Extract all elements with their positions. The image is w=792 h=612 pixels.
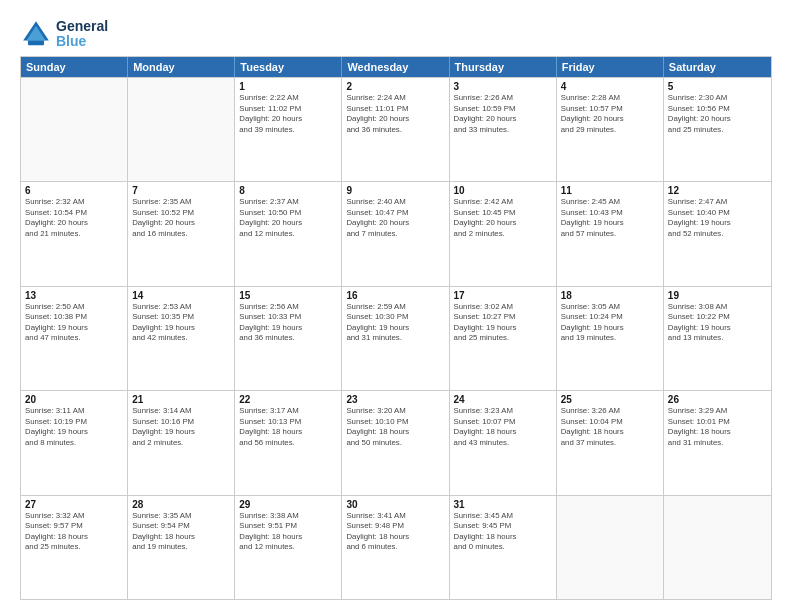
day-number: 30 — [346, 499, 444, 510]
day-cell-12: 12Sunrise: 2:47 AM Sunset: 10:40 PM Dayl… — [664, 182, 771, 285]
day-info: Sunrise: 3:05 AM Sunset: 10:24 PM Daylig… — [561, 302, 659, 344]
week-row-1: 1Sunrise: 2:22 AM Sunset: 11:02 PM Dayli… — [21, 77, 771, 181]
day-cell-6: 6Sunrise: 2:32 AM Sunset: 10:54 PM Dayli… — [21, 182, 128, 285]
day-number: 6 — [25, 185, 123, 196]
calendar: SundayMondayTuesdayWednesdayThursdayFrid… — [20, 56, 772, 600]
day-info: Sunrise: 2:47 AM Sunset: 10:40 PM Daylig… — [668, 197, 767, 239]
day-number: 20 — [25, 394, 123, 405]
day-cell-24: 24Sunrise: 3:23 AM Sunset: 10:07 PM Dayl… — [450, 391, 557, 494]
logo: General Blue — [20, 18, 108, 50]
week-row-3: 13Sunrise: 2:50 AM Sunset: 10:38 PM Dayl… — [21, 286, 771, 390]
day-info: Sunrise: 3:02 AM Sunset: 10:27 PM Daylig… — [454, 302, 552, 344]
day-info: Sunrise: 2:50 AM Sunset: 10:38 PM Daylig… — [25, 302, 123, 344]
day-cell-5: 5Sunrise: 2:30 AM Sunset: 10:56 PM Dayli… — [664, 78, 771, 181]
day-number: 16 — [346, 290, 444, 301]
day-cell-20: 20Sunrise: 3:11 AM Sunset: 10:19 PM Dayl… — [21, 391, 128, 494]
day-cell-22: 22Sunrise: 3:17 AM Sunset: 10:13 PM Dayl… — [235, 391, 342, 494]
day-info: Sunrise: 2:35 AM Sunset: 10:52 PM Daylig… — [132, 197, 230, 239]
day-number: 18 — [561, 290, 659, 301]
calendar-body: 1Sunrise: 2:22 AM Sunset: 11:02 PM Dayli… — [21, 77, 771, 599]
day-info: Sunrise: 2:45 AM Sunset: 10:43 PM Daylig… — [561, 197, 659, 239]
day-info: Sunrise: 2:40 AM Sunset: 10:47 PM Daylig… — [346, 197, 444, 239]
day-number: 4 — [561, 81, 659, 92]
logo-icon — [20, 18, 52, 50]
day-cell-11: 11Sunrise: 2:45 AM Sunset: 10:43 PM Dayl… — [557, 182, 664, 285]
day-info: Sunrise: 2:30 AM Sunset: 10:56 PM Daylig… — [668, 93, 767, 135]
day-cell-2: 2Sunrise: 2:24 AM Sunset: 11:01 PM Dayli… — [342, 78, 449, 181]
week-row-4: 20Sunrise: 3:11 AM Sunset: 10:19 PM Dayl… — [21, 390, 771, 494]
day-number: 21 — [132, 394, 230, 405]
day-info: Sunrise: 2:26 AM Sunset: 10:59 PM Daylig… — [454, 93, 552, 135]
empty-cell — [664, 496, 771, 599]
day-number: 31 — [454, 499, 552, 510]
day-info: Sunrise: 3:35 AM Sunset: 9:54 PM Dayligh… — [132, 511, 230, 553]
day-number: 27 — [25, 499, 123, 510]
day-number: 2 — [346, 81, 444, 92]
day-info: Sunrise: 3:23 AM Sunset: 10:07 PM Daylig… — [454, 406, 552, 448]
page: General Blue SundayMondayTuesdayWednesda… — [0, 0, 792, 612]
day-info: Sunrise: 2:32 AM Sunset: 10:54 PM Daylig… — [25, 197, 123, 239]
weekday-header-saturday: Saturday — [664, 57, 771, 77]
day-info: Sunrise: 2:59 AM Sunset: 10:30 PM Daylig… — [346, 302, 444, 344]
day-info: Sunrise: 3:26 AM Sunset: 10:04 PM Daylig… — [561, 406, 659, 448]
day-cell-16: 16Sunrise: 2:59 AM Sunset: 10:30 PM Dayl… — [342, 287, 449, 390]
day-number: 26 — [668, 394, 767, 405]
day-info: Sunrise: 3:29 AM Sunset: 10:01 PM Daylig… — [668, 406, 767, 448]
day-number: 11 — [561, 185, 659, 196]
day-info: Sunrise: 3:11 AM Sunset: 10:19 PM Daylig… — [25, 406, 123, 448]
day-number: 3 — [454, 81, 552, 92]
day-number: 15 — [239, 290, 337, 301]
day-info: Sunrise: 2:42 AM Sunset: 10:45 PM Daylig… — [454, 197, 552, 239]
day-cell-23: 23Sunrise: 3:20 AM Sunset: 10:10 PM Dayl… — [342, 391, 449, 494]
day-info: Sunrise: 2:56 AM Sunset: 10:33 PM Daylig… — [239, 302, 337, 344]
day-cell-9: 9Sunrise: 2:40 AM Sunset: 10:47 PM Dayli… — [342, 182, 449, 285]
day-cell-19: 19Sunrise: 3:08 AM Sunset: 10:22 PM Dayl… — [664, 287, 771, 390]
day-info: Sunrise: 3:14 AM Sunset: 10:16 PM Daylig… — [132, 406, 230, 448]
weekday-header-sunday: Sunday — [21, 57, 128, 77]
day-cell-28: 28Sunrise: 3:35 AM Sunset: 9:54 PM Dayli… — [128, 496, 235, 599]
day-number: 23 — [346, 394, 444, 405]
day-cell-13: 13Sunrise: 2:50 AM Sunset: 10:38 PM Dayl… — [21, 287, 128, 390]
day-number: 12 — [668, 185, 767, 196]
weekday-header-tuesday: Tuesday — [235, 57, 342, 77]
day-info: Sunrise: 3:38 AM Sunset: 9:51 PM Dayligh… — [239, 511, 337, 553]
day-cell-18: 18Sunrise: 3:05 AM Sunset: 10:24 PM Dayl… — [557, 287, 664, 390]
day-number: 9 — [346, 185, 444, 196]
logo-text: General Blue — [56, 19, 108, 50]
day-cell-4: 4Sunrise: 2:28 AM Sunset: 10:57 PM Dayli… — [557, 78, 664, 181]
day-cell-31: 31Sunrise: 3:45 AM Sunset: 9:45 PM Dayli… — [450, 496, 557, 599]
svg-rect-2 — [28, 40, 44, 45]
day-info: Sunrise: 3:17 AM Sunset: 10:13 PM Daylig… — [239, 406, 337, 448]
header: General Blue — [20, 18, 772, 50]
day-cell-15: 15Sunrise: 2:56 AM Sunset: 10:33 PM Dayl… — [235, 287, 342, 390]
day-cell-7: 7Sunrise: 2:35 AM Sunset: 10:52 PM Dayli… — [128, 182, 235, 285]
day-number: 25 — [561, 394, 659, 405]
day-number: 5 — [668, 81, 767, 92]
day-cell-29: 29Sunrise: 3:38 AM Sunset: 9:51 PM Dayli… — [235, 496, 342, 599]
day-cell-1: 1Sunrise: 2:22 AM Sunset: 11:02 PM Dayli… — [235, 78, 342, 181]
weekday-header-wednesday: Wednesday — [342, 57, 449, 77]
day-number: 17 — [454, 290, 552, 301]
day-info: Sunrise: 2:22 AM Sunset: 11:02 PM Daylig… — [239, 93, 337, 135]
day-cell-25: 25Sunrise: 3:26 AM Sunset: 10:04 PM Dayl… — [557, 391, 664, 494]
day-number: 29 — [239, 499, 337, 510]
day-cell-26: 26Sunrise: 3:29 AM Sunset: 10:01 PM Dayl… — [664, 391, 771, 494]
empty-cell — [128, 78, 235, 181]
day-cell-27: 27Sunrise: 3:32 AM Sunset: 9:57 PM Dayli… — [21, 496, 128, 599]
week-row-5: 27Sunrise: 3:32 AM Sunset: 9:57 PM Dayli… — [21, 495, 771, 599]
day-cell-10: 10Sunrise: 2:42 AM Sunset: 10:45 PM Dayl… — [450, 182, 557, 285]
day-info: Sunrise: 3:41 AM Sunset: 9:48 PM Dayligh… — [346, 511, 444, 553]
day-number: 22 — [239, 394, 337, 405]
weekday-header-friday: Friday — [557, 57, 664, 77]
weekday-header-thursday: Thursday — [450, 57, 557, 77]
empty-cell — [557, 496, 664, 599]
day-cell-17: 17Sunrise: 3:02 AM Sunset: 10:27 PM Dayl… — [450, 287, 557, 390]
day-number: 1 — [239, 81, 337, 92]
day-number: 7 — [132, 185, 230, 196]
day-number: 14 — [132, 290, 230, 301]
day-info: Sunrise: 2:28 AM Sunset: 10:57 PM Daylig… — [561, 93, 659, 135]
day-cell-3: 3Sunrise: 2:26 AM Sunset: 10:59 PM Dayli… — [450, 78, 557, 181]
day-info: Sunrise: 3:32 AM Sunset: 9:57 PM Dayligh… — [25, 511, 123, 553]
empty-cell — [21, 78, 128, 181]
day-cell-14: 14Sunrise: 2:53 AM Sunset: 10:35 PM Dayl… — [128, 287, 235, 390]
